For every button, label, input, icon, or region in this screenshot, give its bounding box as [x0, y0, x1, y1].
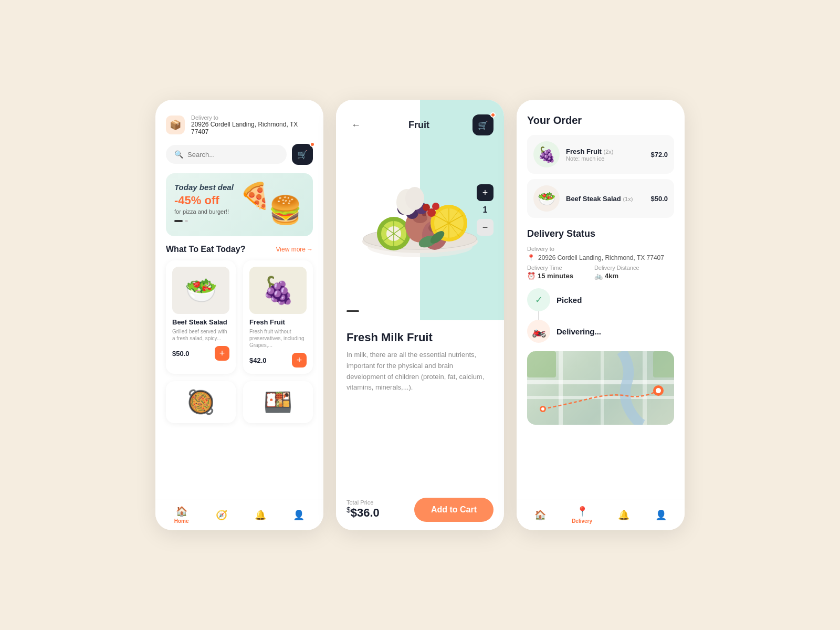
delivery-time-item: Delivery Time ⏰ 15 minutes	[527, 265, 573, 280]
delivery-nav-label: Delivery	[572, 518, 592, 524]
beef-salad-image: 🥗	[172, 267, 229, 314]
bell-icon: 🔔	[255, 509, 266, 521]
qty-decrease-button[interactable]: −	[477, 219, 494, 236]
explore-icon: 🧭	[216, 509, 227, 521]
delivery-address-text: 20926 Cordell Landing, Richmond, TX 7740…	[538, 254, 664, 261]
delivery-address-row: 📍 20926 Cordell Landing, Richmond, TX 77…	[527, 254, 674, 261]
svg-point-40	[541, 407, 544, 411]
food-partial-1: 🥘	[166, 381, 236, 423]
view-more-link[interactable]: View more →	[276, 246, 313, 253]
status-delivering: 🏍️ Delivering...	[527, 320, 674, 343]
bell-icon-order: 🔔	[618, 509, 629, 521]
order-nav-delivery[interactable]: 📍 Delivery	[572, 506, 592, 524]
beef-name: Beef Steak Salad	[172, 318, 229, 326]
clock-icon: ⏰	[527, 272, 536, 280]
promo-banner[interactable]: Today best deal -45% off for pizza and b…	[166, 173, 313, 236]
delivering-label: Delivering...	[556, 327, 601, 336]
section-header: What To Eat Today? View more →	[155, 245, 323, 260]
order-nav-profile[interactable]: 👤	[655, 509, 667, 521]
svg-point-31	[405, 187, 424, 210]
delivery-icon-nav: 📍	[576, 506, 588, 517]
svg-point-26	[423, 204, 430, 211]
home-icon: 🏠	[176, 506, 187, 517]
order-fruit-info: Fresh Fruit (2x) Note: much ice	[566, 148, 644, 162]
svg-rect-35	[601, 351, 604, 425]
add-to-cart-button[interactable]: Add to Cart	[414, 498, 494, 522]
status-timeline: ✓ Picked 🏍️ Delivering...	[527, 288, 674, 343]
section-title: What To Eat Today?	[166, 245, 245, 254]
order-beef-name: Beef Steak Salad (1x)	[566, 195, 644, 203]
check-icon: ✓	[535, 294, 543, 306]
banner-title: Today best deal	[174, 183, 304, 192]
bottom-nav: 🏠 Home 🧭 🔔 👤	[155, 499, 323, 530]
product-price: $$36.0	[346, 506, 380, 520]
cart-icon: 🛒	[297, 150, 308, 160]
delivery-time-value: ⏰ 15 minutes	[527, 272, 573, 280]
swipe-indicator	[346, 310, 359, 312]
delivery-address: 20926 Cordell Landing, Richmond, TX 7740…	[191, 121, 313, 135]
order-nav-notifications[interactable]: 🔔	[618, 509, 629, 521]
svg-rect-34	[559, 351, 563, 425]
delivering-icon: 🏍️	[527, 320, 550, 343]
order-item-fruit: 🍇 Fresh Fruit (2x) Note: much ice $72.0	[527, 135, 674, 174]
detail-cart-button[interactable]: 🛒	[472, 114, 494, 135]
delivery-time-label: Delivery Time	[527, 265, 573, 271]
order-fruit-price: $72.0	[650, 151, 668, 159]
map-svg	[527, 351, 674, 425]
order-item-beef: 🥗 Beef Steak Salad (1x) $50.0	[527, 179, 674, 218]
beef-footer: $50.0 +	[172, 346, 229, 361]
fruit-desc: Fresh fruit without preservatives, inclu…	[249, 328, 307, 349]
food-card-fruit[interactable]: 🍇 Fresh Fruit Fresh fruit without preser…	[243, 260, 313, 374]
home-header: 📦 Delivery to 20926 Cordell Landing, Ric…	[155, 100, 323, 142]
nav-explore[interactable]: 🧭	[216, 509, 227, 521]
order-nav-home[interactable]: 🏠	[534, 509, 546, 521]
order-beef-image: 🥗	[533, 185, 560, 212]
delivery-info: Delivery to 20926 Cordell Landing, Richm…	[191, 114, 313, 135]
svg-rect-36	[643, 351, 647, 425]
detail-title: Fruit	[408, 120, 429, 131]
map-background	[527, 351, 674, 425]
picked-icon: ✓	[527, 288, 550, 311]
product-name: Fresh Milk Fruit	[346, 331, 494, 344]
cart-badge-detail	[490, 112, 496, 118]
search-input[interactable]	[187, 151, 278, 159]
delivery-distance-label: Delivery Distance	[594, 265, 639, 271]
add-beef-button[interactable]: +	[215, 346, 229, 361]
beef-desc: Grilled beef served with a fresh salad, …	[172, 328, 229, 342]
order-content: Your Order 🍇 Fresh Fruit (2x) Note: much…	[517, 100, 685, 467]
banner-discount: -45% off	[174, 194, 304, 207]
search-icon: 🔍	[174, 150, 183, 159]
quantity-controls: + 1 −	[477, 184, 494, 236]
search-row: 🔍 🛒	[155, 142, 323, 171]
product-footer: Total Price $$36.0 Add to Cart	[336, 489, 504, 530]
price-label: Total Price	[346, 499, 380, 506]
home-label: Home	[174, 518, 189, 524]
cart-button[interactable]: 🛒	[292, 144, 313, 165]
delivery-section: Delivery Status Delivery to 📍 20926 Cord…	[527, 228, 674, 425]
screen-order: Your Order 🍇 Fresh Fruit (2x) Note: much…	[517, 100, 685, 530]
nav-home[interactable]: 🏠 Home	[174, 506, 189, 524]
back-button[interactable]: ←	[346, 116, 365, 134]
product-content: Fresh Milk Fruit In milk, there are all …	[336, 320, 504, 458]
order-fruit-note: Note: much ice	[566, 155, 644, 162]
food-card-beef[interactable]: 🥗 Beef Steak Salad Grilled beef served w…	[166, 260, 236, 374]
screen-home: 📦 Delivery to 20926 Cordell Landing, Ric…	[155, 100, 323, 530]
fruit-footer: $42.0 +	[249, 353, 307, 368]
svg-point-27	[432, 203, 439, 210]
banner-subtitle: for pizza and burger!!	[174, 208, 304, 215]
delivery-map	[527, 351, 674, 425]
picked-info: Picked	[556, 296, 582, 304]
dot-inactive	[185, 220, 188, 222]
product-image-area: ← Fruit 🛒 + 1 −	[336, 100, 504, 320]
search-box[interactable]: 🔍	[166, 145, 287, 164]
delivery-distance-item: Delivery Distance 🚲 4km	[594, 265, 639, 280]
qty-increase-button[interactable]: +	[477, 184, 494, 201]
screen-detail: ← Fruit 🛒 + 1 − Fresh Milk Fruit In milk…	[336, 100, 504, 530]
nav-profile[interactable]: 👤	[293, 509, 304, 521]
nav-notifications[interactable]: 🔔	[255, 509, 266, 521]
order-beef-price: $50.0	[650, 195, 668, 203]
quantity-value: 1	[483, 205, 488, 215]
order-fruit-name: Fresh Fruit (2x)	[566, 148, 644, 155]
add-fruit-button[interactable]: +	[292, 353, 307, 368]
delivery-section-title: Delivery Status	[527, 228, 674, 239]
